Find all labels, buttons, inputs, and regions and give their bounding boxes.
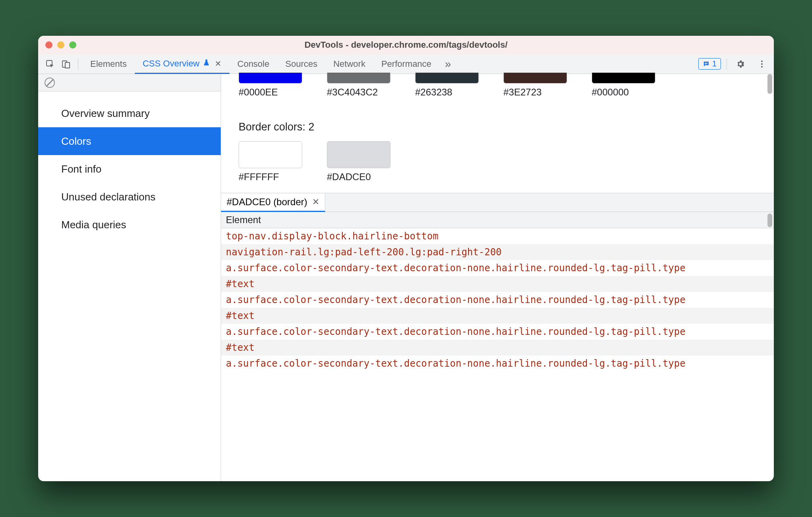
- sidebar-item-font-info[interactable]: Font info: [38, 155, 221, 183]
- sidebar-item-label: Colors: [61, 135, 91, 148]
- issues-button[interactable]: 1: [698, 58, 721, 70]
- swatch-chip: [327, 141, 390, 168]
- issues-count: 1: [712, 59, 717, 68]
- border-color-swatch[interactable]: #DADCE0: [327, 141, 390, 183]
- experiment-flask-icon: [203, 59, 210, 68]
- tab-label: Elements: [90, 59, 127, 69]
- element-row[interactable]: #text: [221, 308, 774, 324]
- settings-gear-icon[interactable]: [732, 56, 748, 72]
- titlebar: DevTools - developer.chrome.com/tags/dev…: [38, 36, 774, 54]
- sidebar-item-media-queries[interactable]: Media queries: [38, 211, 221, 239]
- content: #0000EE#3C4043C2#263238#3E2723#000000 Bo…: [221, 74, 774, 481]
- tab-sources[interactable]: Sources: [277, 54, 325, 74]
- border-color-swatch[interactable]: #FFFFFF: [239, 141, 302, 183]
- swatch-label: #000000: [592, 87, 629, 98]
- swatch-label: #3C4043C2: [327, 87, 378, 98]
- swatch-chip: [239, 141, 302, 168]
- svg-point-8: [761, 66, 763, 68]
- sidebar-item-overview-summary[interactable]: Overview summary: [38, 99, 221, 127]
- chat-icon: [703, 60, 710, 68]
- maximize-window-button[interactable]: [69, 41, 76, 49]
- kebab-menu-icon[interactable]: [754, 56, 770, 72]
- swatch-chip: [239, 72, 302, 84]
- sidebar-header: [38, 74, 221, 91]
- color-swatch[interactable]: #000000: [592, 72, 655, 98]
- element-row[interactable]: navigation-rail.lg:pad-left-200.lg:pad-r…: [221, 244, 774, 260]
- more-tabs-button[interactable]: »: [439, 58, 457, 70]
- sidebar-item-unused-declarations[interactable]: Unused declarations: [38, 183, 221, 211]
- element-row[interactable]: #text: [221, 276, 774, 292]
- tab-console[interactable]: Console: [229, 54, 278, 74]
- close-window-button[interactable]: [45, 41, 52, 49]
- swatch-chip: [415, 72, 479, 84]
- swatch-label: #FFFFFF: [239, 171, 279, 183]
- minimize-window-button[interactable]: [57, 41, 64, 49]
- tab-network[interactable]: Network: [325, 54, 373, 74]
- swatch-label: #3E2723: [503, 87, 542, 98]
- color-swatch-row: #0000EE#3C4043C2#263238#3E2723#000000: [239, 72, 774, 98]
- devtools-tabbar: Elements CSS Overview ✕ Console Sources …: [38, 54, 774, 74]
- element-row[interactable]: a.surface.color-secondary-text.decoratio…: [221, 324, 774, 340]
- details-tab-label: #DADCE0 (border): [227, 196, 307, 208]
- swatch-label: #0000EE: [239, 87, 278, 98]
- panel-tabs: Elements CSS Overview ✕ Console Sources …: [82, 54, 439, 74]
- separator: [78, 58, 78, 70]
- clear-overview-icon[interactable]: [45, 78, 55, 88]
- sidebar-item-colors[interactable]: Colors: [38, 127, 221, 155]
- element-header-label: Element: [226, 214, 261, 225]
- inspect-element-icon[interactable]: [42, 56, 58, 72]
- traffic-lights: [38, 41, 76, 49]
- tab-performance[interactable]: Performance: [373, 54, 439, 74]
- color-swatch[interactable]: #3E2723: [503, 72, 567, 98]
- border-colors-heading: Border colors: 2: [239, 121, 774, 133]
- color-swatch[interactable]: #3C4043C2: [327, 72, 390, 98]
- element-row[interactable]: a.surface.color-secondary-text.decoratio…: [221, 292, 774, 308]
- main-row: Overview summary Colors Font info Unused…: [38, 74, 774, 481]
- svg-rect-4: [705, 63, 708, 63]
- svg-point-7: [761, 63, 763, 65]
- svg-point-6: [761, 60, 763, 62]
- window-title: DevTools - developer.chrome.com/tags/dev…: [38, 40, 774, 50]
- element-row[interactable]: top-nav.display-block.hairline-bottom: [221, 228, 774, 244]
- swatch-chip: [592, 72, 655, 84]
- swatch-chip: [327, 72, 390, 84]
- tab-label: Network: [333, 59, 365, 69]
- tab-label: Console: [237, 59, 270, 69]
- tab-elements[interactable]: Elements: [82, 54, 135, 74]
- details-tab[interactable]: #DADCE0 (border) ✕: [221, 193, 325, 212]
- element-list-header: Element: [221, 212, 774, 228]
- swatch-chip: [503, 72, 567, 84]
- scrollbar-thumb[interactable]: [767, 214, 772, 227]
- tab-css-overview[interactable]: CSS Overview ✕: [135, 54, 229, 74]
- border-swatch-row: #FFFFFF#DADCE0: [239, 141, 774, 183]
- close-details-tab-icon[interactable]: ✕: [312, 197, 319, 207]
- scrollbar-thumb[interactable]: [767, 74, 772, 94]
- swatch-area: #0000EE#3C4043C2#263238#3E2723#000000 Bo…: [221, 74, 774, 193]
- close-tab-icon[interactable]: ✕: [213, 59, 221, 68]
- sidebar-item-label: Unused declarations: [61, 191, 155, 203]
- svg-rect-2: [65, 62, 70, 68]
- element-row[interactable]: #text: [221, 340, 774, 356]
- swatch-label: #263238: [415, 87, 452, 98]
- separator: [727, 58, 727, 70]
- tab-label: CSS Overview: [143, 58, 200, 69]
- sidebar: Overview summary Colors Font info Unused…: [38, 74, 221, 481]
- tab-label: Sources: [285, 59, 317, 69]
- element-list: top-nav.display-block.hairline-bottomnav…: [221, 228, 774, 481]
- svg-rect-5: [705, 64, 707, 64]
- color-swatch[interactable]: #263238: [415, 72, 479, 98]
- devtools-window: DevTools - developer.chrome.com/tags/dev…: [38, 36, 774, 481]
- tab-label: Performance: [381, 59, 431, 69]
- element-row[interactable]: a.surface.color-secondary-text.decoratio…: [221, 260, 774, 276]
- details-tab-row: #DADCE0 (border) ✕: [221, 193, 774, 212]
- sidebar-item-label: Font info: [61, 163, 101, 175]
- swatch-label: #DADCE0: [327, 171, 371, 183]
- device-toolbar-icon[interactable]: [58, 56, 74, 72]
- sidebar-item-label: Media queries: [61, 219, 126, 231]
- sidebar-item-label: Overview summary: [61, 107, 150, 120]
- color-swatch[interactable]: #0000EE: [239, 72, 302, 98]
- element-row[interactable]: a.surface.color-secondary-text.decoratio…: [221, 356, 774, 371]
- sidebar-nav: Overview summary Colors Font info Unused…: [38, 91, 221, 239]
